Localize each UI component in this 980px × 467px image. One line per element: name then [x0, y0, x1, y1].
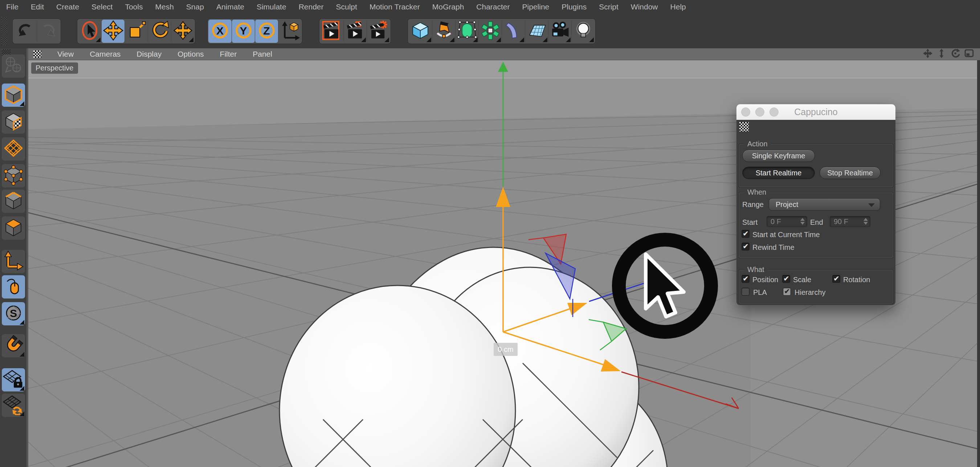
scale-tool-button[interactable] [124, 20, 148, 43]
rotate-view-icon[interactable] [950, 48, 960, 60]
menu-item-render[interactable]: Render [299, 3, 324, 11]
move-tool-button[interactable] [101, 20, 124, 43]
when-group-label: When [744, 188, 770, 196]
viewport-menu-display[interactable]: Display [137, 50, 162, 59]
zoom-view-icon[interactable] [937, 48, 947, 60]
toolbar-grip[interactable] [2, 17, 6, 45]
make-editable-button[interactable] [2, 54, 25, 78]
dialog-body: Action Single Keyframe Start Realtime St… [737, 120, 896, 305]
end-spinner[interactable] [864, 218, 868, 225]
start-realtime-button[interactable]: Start Realtime [742, 167, 815, 179]
menu-item-edit[interactable]: Edit [31, 3, 44, 11]
menu-item-motion-tracker[interactable]: Motion Tracker [369, 3, 420, 11]
viewport-menu-panel[interactable]: Panel [253, 50, 272, 59]
add-light-button[interactable] [571, 20, 595, 43]
add-cube-button[interactable] [409, 20, 432, 43]
toggle-view-icon[interactable] [964, 48, 974, 60]
snap-button[interactable] [2, 334, 25, 357]
align-workplane-button[interactable] [2, 394, 25, 417]
viewport-menu-view[interactable]: View [57, 50, 74, 59]
redo-icon [38, 20, 59, 43]
menu-item-snap[interactable]: Snap [186, 3, 204, 11]
polygons-mode-button[interactable] [2, 217, 25, 240]
enable-axis-button[interactable] [2, 250, 25, 273]
flyout-corner [189, 37, 194, 42]
rotate-tool-button[interactable] [148, 20, 171, 43]
add-camera-button[interactable] [548, 20, 571, 43]
flyout-corner [20, 352, 24, 357]
lock-workplane-button[interactable] [2, 368, 25, 392]
menu-item-pipeline[interactable]: Pipeline [522, 3, 549, 11]
transform-tools-group [77, 19, 195, 44]
single-keyframe-button[interactable]: Single Keyframe [742, 150, 815, 162]
add-floor-button[interactable] [525, 20, 548, 43]
rewind-time-checkbox[interactable] [741, 242, 749, 250]
live-selection-button[interactable] [78, 20, 101, 43]
add-subdivision-surface-button[interactable] [455, 20, 478, 43]
last-tool-button[interactable] [171, 20, 194, 43]
viewport-solo-button[interactable]: S [2, 302, 25, 325]
range-dropdown[interactable]: Project [769, 198, 880, 210]
stop-realtime-button[interactable]: Stop Realtime [819, 167, 881, 179]
menu-item-character[interactable]: Character [476, 3, 510, 11]
object-creation-group [407, 19, 596, 44]
pan-view-icon[interactable] [923, 48, 933, 60]
add-cloner-button[interactable] [478, 20, 502, 43]
workplane-mode-button[interactable] [2, 137, 25, 161]
model-mode-button[interactable] [2, 83, 25, 107]
menu-item-window[interactable]: Window [631, 3, 658, 11]
view-label[interactable]: Perspective [31, 62, 78, 74]
end-frame-field[interactable]: 90 F [830, 216, 870, 227]
redo-button[interactable] [37, 20, 60, 43]
start-at-current-time-checkbox[interactable] [741, 230, 749, 238]
rotate-icon [149, 20, 170, 43]
coordinate-system-button[interactable] [278, 20, 301, 43]
start-frame-field[interactable]: 0 F [767, 216, 807, 227]
flyout-corner [566, 37, 571, 42]
undo-button[interactable] [13, 20, 37, 43]
texture-mode-button[interactable] [2, 110, 25, 134]
menu-item-script[interactable]: Script [599, 3, 619, 11]
viewport-menu-options[interactable]: Options [178, 50, 204, 59]
start-frame-value: 0 F [770, 218, 781, 226]
main-menu-bar: File Edit Create Select Tools Mesh Snap … [0, 0, 980, 14]
start-spinner[interactable] [800, 218, 805, 225]
rotation-checkbox[interactable] [832, 275, 840, 283]
viewport-grip[interactable] [33, 51, 41, 58]
add-spline-button[interactable] [432, 20, 455, 43]
menu-item-animate[interactable]: Animate [216, 3, 244, 11]
menu-item-simulate[interactable]: Simulate [257, 3, 286, 11]
menu-item-tools[interactable]: Tools [125, 3, 143, 11]
render-picture-viewer-button[interactable] [344, 20, 367, 43]
menu-item-sculpt[interactable]: Sculpt [336, 3, 357, 11]
menu-item-select[interactable]: Select [91, 3, 113, 11]
hierarchy-checkbox[interactable] [783, 288, 791, 296]
points-mode-button[interactable] [2, 164, 25, 187]
lock-y-axis-button[interactable]: Y [232, 20, 255, 43]
lock-x-axis-button[interactable]: X [208, 20, 232, 43]
flyout-corner [519, 37, 524, 42]
menu-item-mograph[interactable]: MoGraph [432, 3, 464, 11]
viewport-menu-cameras[interactable]: Cameras [90, 50, 121, 59]
lock-z-axis-button[interactable]: Z [255, 20, 278, 43]
move-icon [103, 20, 124, 43]
dialog-title-bar[interactable]: Cappucino [737, 104, 896, 120]
edges-mode-button[interactable] [2, 190, 25, 213]
pla-checkbox[interactable] [741, 288, 749, 296]
rewind-time-label: Rewind Time [752, 243, 794, 252]
what-group: What [739, 270, 893, 304]
scale-checkbox[interactable] [782, 275, 790, 283]
add-deformer-button[interactable] [502, 20, 525, 43]
menu-item-mesh[interactable]: Mesh [155, 3, 173, 11]
tweak-mode-button[interactable] [2, 275, 25, 298]
menu-item-plugins[interactable]: Plugins [562, 3, 587, 11]
viewport-menu-filter[interactable]: Filter [220, 50, 237, 59]
dialog-grip[interactable] [739, 122, 749, 131]
render-view-button[interactable] [320, 20, 344, 43]
position-checkbox[interactable] [741, 275, 749, 283]
render-settings-button[interactable] [367, 20, 390, 43]
menu-item-help[interactable]: Help [670, 3, 686, 11]
menu-item-create[interactable]: Create [56, 3, 79, 11]
y-axis-far-arrow [498, 62, 508, 72]
menu-item-file[interactable]: File [6, 3, 19, 11]
